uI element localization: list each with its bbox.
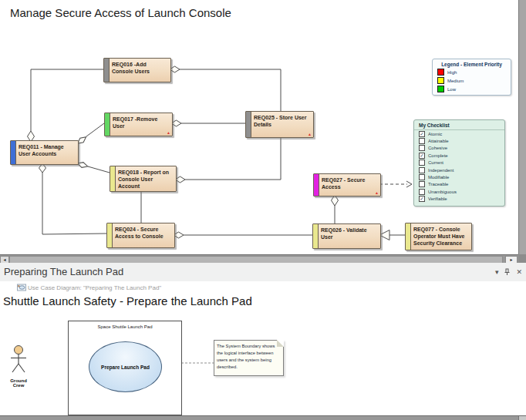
checklist-item[interactable]: Independent <box>414 166 504 173</box>
requirement-label: REQ027 - Secure Access <box>322 176 379 190</box>
priority-low-swatch-icon <box>437 86 444 92</box>
requirement-req011[interactable]: REQ011 - Manage User Accounts ▲ <box>10 140 79 165</box>
breadcrumb-row: Use Case Diagram: "Preparing The Launch … <box>0 281 526 293</box>
checklist-item[interactable]: Cohesive <box>414 145 504 152</box>
requirement-label: REQ024 - Secure Access to Console <box>115 226 173 240</box>
usecase-diagram-icon <box>17 284 26 291</box>
legend-item-medium: Medium <box>437 77 511 84</box>
scrollbar-corner <box>518 254 526 263</box>
legend-item-low: Low <box>437 86 511 92</box>
status-marker-icon: ▲ <box>375 191 379 195</box>
checkbox-icon[interactable] <box>419 174 425 180</box>
requirement-label: REQ011 - Manage User Accounts <box>19 143 76 157</box>
priority-bar <box>313 224 319 248</box>
requirement-req017[interactable]: REQ017 -Remove User ▲ <box>104 113 173 136</box>
open-arrowhead-icon <box>406 181 412 187</box>
actor-label: Ground Crew <box>5 378 32 388</box>
requirement-req026[interactable]: REQ026 - Validate User ▲ <box>312 223 381 249</box>
requirement-label: REQ016 -Add Console Users <box>112 61 169 75</box>
checkbox-icon[interactable] <box>419 145 425 151</box>
connector <box>185 136 281 180</box>
system-boundary-label: Space Shuttle Launch Pad <box>69 324 181 329</box>
connector <box>180 69 281 111</box>
titlebar-controls: ▾ ✕ <box>495 268 522 276</box>
note-element[interactable]: The System Boundary shows the logical in… <box>214 340 284 376</box>
chevron-down-icon[interactable]: ▾ <box>495 269 499 276</box>
checklist-item[interactable]: Attainable <box>414 137 504 144</box>
vertical-scrollbar[interactable] <box>518 0 526 254</box>
checkbox-icon[interactable] <box>419 167 425 173</box>
bottom-panel-title: Preparing The Launch Pad <box>4 266 123 277</box>
aggregation-diamond-icon <box>332 195 339 206</box>
usecase-prepare-launch-pad[interactable]: Prepare Launch Pad <box>89 341 162 392</box>
checklist-item[interactable]: Current <box>414 160 504 166</box>
connector <box>86 123 104 136</box>
requirement-req016[interactable]: REQ016 -Add Console Users ▲ <box>103 58 171 82</box>
actor-stick-figure-icon <box>5 344 32 375</box>
legend-panel[interactable]: Legend - Element Priority High Medium Lo… <box>432 59 511 96</box>
requirements-diagram-panel: Manage Secure Access of Launch Console <box>0 0 518 254</box>
checkbox-icon[interactable] <box>419 160 425 166</box>
checklist-item[interactable]: Atomic <box>414 130 504 137</box>
breadcrumb[interactable]: Use Case Diagram: "Preparing The Launch … <box>28 284 161 291</box>
scrollbar-corner <box>518 416 526 420</box>
checkbox-icon[interactable] <box>419 196 425 202</box>
requirement-label: REQ026 - Validate User <box>321 227 379 240</box>
application-window: Manage Secure Access of Launch Console <box>0 0 526 420</box>
bottom-horizontal-scrollbar[interactable] <box>0 415 526 420</box>
status-marker-icon: ▲ <box>167 131 170 135</box>
priority-bar <box>246 112 251 137</box>
checkbox-icon[interactable] <box>419 131 425 137</box>
requirement-req018[interactable]: REQ018 - Report on Console User Account … <box>110 166 177 192</box>
checklist-item[interactable]: Verifiable <box>414 196 504 203</box>
checklist-item[interactable]: Traceable <box>414 181 504 188</box>
priority-bar <box>104 59 110 82</box>
close-icon[interactable]: ✕ <box>516 269 522 276</box>
legend-item-high: High <box>437 69 511 76</box>
bottom-panel-titlebar[interactable]: Preparing The Launch Pad ▾ ✕ <box>0 263 526 281</box>
requirement-req027[interactable]: REQ027 - Secure Access ▲ <box>313 173 381 197</box>
priority-bar <box>406 223 411 250</box>
pin-icon[interactable] <box>504 268 511 276</box>
note-text: The System Boundary shows the logical in… <box>217 343 280 371</box>
priority-bar <box>314 174 319 196</box>
checkbox-icon[interactable] <box>419 138 425 144</box>
requirement-req025[interactable]: REQ025 - Store User Details ▲ <box>245 111 314 138</box>
priority-bar <box>110 166 116 191</box>
usecase-label: Prepare Launch Pad <box>101 365 150 370</box>
priority-bar <box>107 223 113 247</box>
priority-bar <box>105 113 110 136</box>
requirement-label: REQ018 - Report on Console User Account <box>118 169 174 190</box>
requirement-label: REQ017 -Remove User <box>113 116 170 129</box>
checkbox-icon[interactable] <box>419 181 425 187</box>
status-marker-icon: ▲ <box>308 133 312 136</box>
priority-medium-swatch-icon <box>437 77 444 84</box>
checklist-item[interactable]: Unambiguous <box>414 188 504 195</box>
priority-bar <box>11 141 16 164</box>
priority-high-swatch-icon <box>437 69 444 76</box>
requirement-label: REQ025 - Store User Details <box>254 114 312 128</box>
checklist-title: My Checklist <box>414 120 504 130</box>
checklist-item[interactable]: Complete <box>414 152 504 159</box>
requirement-req024[interactable]: REQ024 - Secure Access to Console ▲ <box>106 223 175 248</box>
connector <box>42 173 106 234</box>
legend-title: Legend - Element Priority <box>433 62 511 67</box>
requirement-req077[interactable]: REQ077 - Console Operator Must Have Secu… <box>405 223 472 250</box>
connector <box>88 166 110 173</box>
checklist-panel[interactable]: My Checklist Atomic Attainable Cohesive … <box>413 119 505 207</box>
connector <box>31 69 103 131</box>
actor-ground-crew[interactable]: Ground Crew <box>5 344 32 388</box>
checkbox-icon[interactable] <box>419 153 425 159</box>
requirement-label: REQ077 - Console Operator Must Have Secu… <box>413 226 470 247</box>
checkbox-icon[interactable] <box>419 189 425 195</box>
checklist-item[interactable]: Modifiable <box>414 173 504 180</box>
